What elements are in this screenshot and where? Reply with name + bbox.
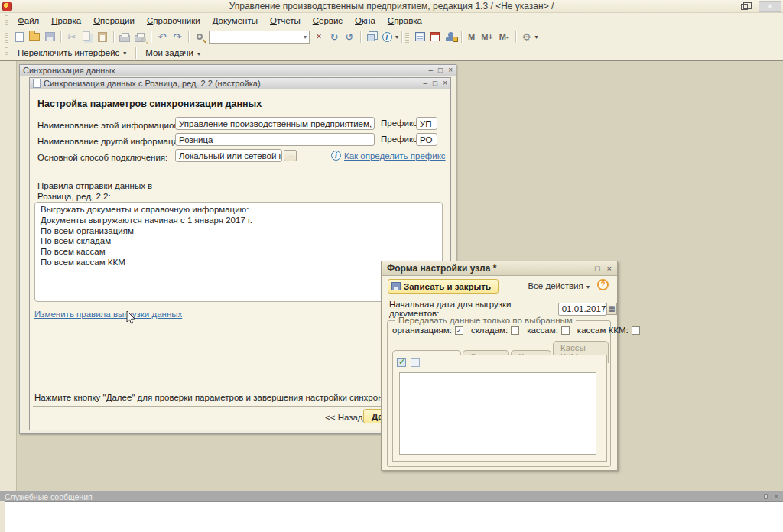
paste-button[interactable]: [95, 30, 110, 44]
all-actions-button[interactable]: Все действия ▾: [528, 281, 590, 290]
kkm-checkbox[interactable]: [632, 326, 640, 335]
organizations-list[interactable]: [399, 372, 596, 455]
print-preview-button[interactable]: [132, 30, 148, 44]
all-actions-dropdown-icon: ▾: [586, 284, 590, 290]
sync-close-button[interactable]: ×: [448, 66, 453, 74]
prefix-help-link[interactable]: Как определить префикс: [344, 151, 446, 161]
windows-icon: [367, 34, 375, 41]
cut-button[interactable]: ✂: [64, 30, 80, 44]
temporary-lock-button[interactable]: [443, 30, 458, 44]
service-dropdown-icon[interactable]: ▾: [535, 34, 538, 41]
kkm-checkbox-label: кассам ККМ:: [577, 326, 629, 335]
windows-list-button[interactable]: [364, 30, 379, 44]
service-messages-titlebar[interactable]: Служебные сообщения ×: [0, 491, 783, 501]
find-next-button[interactable]: ↻: [327, 30, 342, 44]
menu-help[interactable]: Справка: [382, 15, 428, 27]
dialog-minimize-button[interactable]: –: [424, 79, 428, 87]
cashboxes-checkbox-label: кассам:: [527, 326, 558, 335]
save-and-close-button[interactable]: Записать и закрыть: [388, 279, 499, 294]
separator: [360, 31, 361, 43]
find-previous-button[interactable]: ↺: [342, 30, 357, 44]
my-tasks-button[interactable]: Мои задачи ▾: [139, 47, 206, 59]
my-tasks-label: Мои задачи: [145, 48, 193, 57]
sync-minimize-button[interactable]: –: [429, 66, 434, 74]
organizations-checkbox[interactable]: ✓: [455, 326, 463, 335]
menu-edit[interactable]: Правка: [45, 15, 87, 27]
service-settings-button[interactable]: ⚙: [519, 30, 534, 44]
main-toolbar: ✂ ↶ ↷ ▾ × ↻ ↺ i ▾ M M+ M- ⚙ ▾: [0, 28, 783, 45]
transfer-filter-group-title: Передавать данные только по выбранным: [395, 316, 576, 325]
menu-service[interactable]: Сервис: [307, 15, 349, 27]
memory-recall-button[interactable]: M: [465, 30, 478, 44]
cashboxes-checkbox[interactable]: [561, 326, 570, 335]
info-dropdown-icon[interactable]: ▾: [395, 34, 398, 41]
other-base-input[interactable]: Розница: [175, 133, 375, 146]
gear-icon: ⚙: [522, 31, 531, 43]
redo-button[interactable]: ↷: [170, 30, 185, 44]
search-input[interactable]: [210, 32, 301, 42]
date-picker-button[interactable]: ▦: [606, 303, 617, 315]
find-button[interactable]: [192, 30, 207, 44]
other-prefix-input[interactable]: РО: [416, 133, 437, 146]
clear-search-button[interactable]: ×: [311, 30, 327, 44]
separator: [401, 31, 402, 43]
print-button[interactable]: [117, 30, 132, 44]
open-button[interactable]: [27, 30, 42, 44]
app-restore-button[interactable]: [736, 2, 752, 11]
memory-subtract-button[interactable]: M-: [496, 30, 512, 44]
menu-reports[interactable]: Отчеты: [264, 15, 307, 27]
user-lock-icon: [448, 32, 453, 37]
connection-method-input[interactable]: Локальный или сетевой каталог: [175, 149, 282, 162]
start-date-input[interactable]: 01.01.2017: [558, 303, 606, 316]
mdi-workspace: Синхронизация данных – □ × Синхронизация…: [0, 61, 783, 491]
dialog-close-button[interactable]: ×: [443, 79, 447, 87]
restore-icon: [741, 4, 748, 10]
node-close-button[interactable]: ×: [607, 264, 612, 273]
rules-line: По всем организациям: [41, 226, 437, 237]
pin-icon[interactable]: [764, 494, 768, 499]
help-button[interactable]: ?: [597, 279, 609, 290]
transfer-filter-group: Передавать данные только по выбранным ор…: [387, 320, 611, 467]
node-maximize-button[interactable]: □: [595, 264, 600, 273]
pick-cube-icon[interactable]: [411, 358, 420, 367]
info-icon: i: [382, 32, 392, 42]
copy-button[interactable]: [80, 30, 95, 44]
service-messages-left-strip: [0, 501, 5, 532]
about-button[interactable]: i: [379, 30, 395, 44]
calendar-button[interactable]: [427, 30, 443, 44]
service-messages-close-button[interactable]: ×: [774, 492, 778, 501]
dialog-maximize-button[interactable]: □: [433, 79, 437, 87]
rules-line: По всем кассам: [41, 247, 437, 258]
connection-ellipsis-button[interactable]: ...: [284, 150, 297, 161]
app-close-button[interactable]: ×: [759, 1, 781, 12]
search-combobox[interactable]: ▾: [209, 31, 310, 44]
memory-add-button[interactable]: M+: [478, 30, 496, 44]
back-button[interactable]: << Назад: [322, 411, 366, 423]
rules-label: Правила отправки данных в Розница, ред. …: [37, 181, 152, 202]
menu-file[interactable]: Файл: [11, 15, 45, 27]
menu-windows[interactable]: Окна: [349, 15, 382, 27]
calculator-button[interactable]: [412, 30, 427, 44]
sync-window-titlebar[interactable]: Синхронизация данных – □ ×: [20, 65, 456, 76]
app-logo-icon: [2, 2, 12, 11]
pick-check-icon[interactable]: ✓: [397, 358, 406, 367]
sync-settings-titlebar[interactable]: Синхронизация данных с Розница, ред. 2.2…: [30, 78, 450, 89]
warehouses-checkbox[interactable]: [511, 326, 519, 335]
menu-documents[interactable]: Документы: [206, 15, 264, 27]
search-dropdown-icon[interactable]: ▾: [301, 34, 309, 41]
sync-maximize-button[interactable]: □: [438, 66, 443, 74]
this-base-input[interactable]: Управление производственным предприятием…: [175, 117, 375, 130]
this-prefix-label: Префикс:: [381, 118, 420, 128]
menu-catalogs[interactable]: Справочники: [141, 15, 206, 27]
new-document-button[interactable]: [11, 30, 27, 44]
preview-magnifier-icon: [141, 37, 146, 42]
change-rules-link[interactable]: Изменить правила выгрузки данных: [34, 310, 182, 319]
menu-operations[interactable]: Операции: [87, 15, 141, 27]
this-prefix-input[interactable]: УП: [416, 117, 437, 130]
undo-button[interactable]: ↶: [154, 30, 170, 44]
node-settings-titlebar[interactable]: Форма настройки узла * □ ×: [382, 261, 617, 276]
app-minimize-button[interactable]: –: [713, 2, 729, 11]
switch-interface-button[interactable]: Переключить интерфейс ▾: [11, 47, 132, 59]
save-button[interactable]: [42, 30, 57, 44]
organizations-checkbox-label: организациям:: [392, 326, 452, 335]
